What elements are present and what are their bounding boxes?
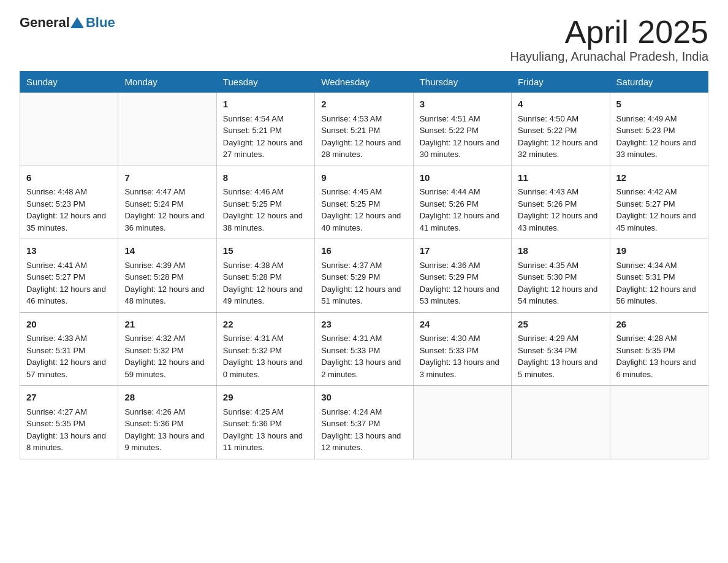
calendar-cell: 23Sunrise: 4:31 AMSunset: 5:33 PMDayligh… [315, 312, 413, 386]
day-number: 26 [616, 318, 702, 332]
svg-marker-0 [70, 17, 84, 28]
calendar-week-row: 27Sunrise: 4:27 AMSunset: 5:35 PMDayligh… [20, 386, 708, 459]
calendar-cell: 17Sunrise: 4:36 AMSunset: 5:29 PMDayligh… [413, 239, 511, 313]
sun-info: Sunrise: 4:48 AMSunset: 5:23 PMDaylight:… [26, 186, 112, 234]
sun-info: Sunrise: 4:31 AMSunset: 5:32 PMDaylight:… [223, 332, 308, 380]
calendar-cell [512, 386, 610, 459]
calendar-week-row: 1Sunrise: 4:54 AMSunset: 5:21 PMDaylight… [20, 93, 708, 166]
sun-info: Sunrise: 4:31 AMSunset: 5:33 PMDaylight:… [321, 332, 406, 380]
sun-info: Sunrise: 4:42 AMSunset: 5:27 PMDaylight:… [616, 186, 702, 234]
day-number: 3 [420, 98, 505, 112]
day-number: 10 [420, 171, 505, 185]
sun-info: Sunrise: 4:35 AMSunset: 5:30 PMDaylight:… [518, 259, 603, 307]
day-number: 18 [518, 244, 603, 258]
calendar-cell: 29Sunrise: 4:25 AMSunset: 5:36 PMDayligh… [216, 386, 314, 459]
calendar-title: April 2025 [510, 15, 708, 50]
logo-text: General Blue [20, 15, 115, 31]
calendar-cell: 8Sunrise: 4:46 AMSunset: 5:25 PMDaylight… [216, 166, 314, 239]
calendar-subtitle: Hayuliang, Arunachal Pradesh, India [510, 50, 708, 64]
sun-info: Sunrise: 4:27 AMSunset: 5:35 PMDaylight:… [26, 406, 112, 454]
calendar-cell: 15Sunrise: 4:38 AMSunset: 5:28 PMDayligh… [216, 239, 314, 313]
calendar-cell: 25Sunrise: 4:29 AMSunset: 5:34 PMDayligh… [512, 312, 610, 386]
calendar-header-saturday: Saturday [610, 72, 708, 93]
day-number: 13 [26, 244, 112, 258]
calendar-cell [610, 386, 708, 459]
calendar-header-row: SundayMondayTuesdayWednesdayThursdayFrid… [20, 72, 708, 93]
sun-info: Sunrise: 4:41 AMSunset: 5:27 PMDaylight:… [26, 259, 112, 307]
sun-info: Sunrise: 4:26 AMSunset: 5:36 PMDaylight:… [124, 406, 210, 454]
calendar-cell: 22Sunrise: 4:31 AMSunset: 5:32 PMDayligh… [216, 312, 314, 386]
sun-info: Sunrise: 4:39 AMSunset: 5:28 PMDaylight:… [124, 259, 210, 307]
calendar-cell: 27Sunrise: 4:27 AMSunset: 5:35 PMDayligh… [20, 386, 118, 459]
day-number: 25 [518, 318, 603, 332]
day-number: 20 [26, 318, 112, 332]
calendar-cell: 13Sunrise: 4:41 AMSunset: 5:27 PMDayligh… [20, 239, 118, 313]
day-number: 27 [26, 391, 112, 405]
calendar-cell: 5Sunrise: 4:49 AMSunset: 5:23 PMDaylight… [610, 93, 708, 166]
sun-info: Sunrise: 4:49 AMSunset: 5:23 PMDaylight:… [616, 113, 702, 161]
day-number: 8 [223, 171, 308, 185]
calendar-cell: 19Sunrise: 4:34 AMSunset: 5:31 PMDayligh… [610, 239, 708, 313]
day-number: 22 [223, 318, 308, 332]
sun-info: Sunrise: 4:33 AMSunset: 5:31 PMDaylight:… [26, 332, 112, 380]
sun-info: Sunrise: 4:28 AMSunset: 5:35 PMDaylight:… [616, 332, 702, 380]
calendar-cell: 20Sunrise: 4:33 AMSunset: 5:31 PMDayligh… [20, 312, 118, 386]
calendar-week-row: 13Sunrise: 4:41 AMSunset: 5:27 PMDayligh… [20, 239, 708, 313]
logo-blue: Blue [86, 15, 115, 31]
sun-info: Sunrise: 4:44 AMSunset: 5:26 PMDaylight:… [420, 186, 505, 234]
day-number: 2 [321, 98, 406, 112]
calendar-cell: 9Sunrise: 4:45 AMSunset: 5:25 PMDaylight… [315, 166, 413, 239]
sun-info: Sunrise: 4:45 AMSunset: 5:25 PMDaylight:… [321, 186, 406, 234]
sun-info: Sunrise: 4:24 AMSunset: 5:37 PMDaylight:… [321, 406, 406, 454]
calendar-cell [20, 93, 118, 166]
day-number: 6 [26, 171, 112, 185]
day-number: 5 [616, 98, 702, 112]
calendar-header-sunday: Sunday [20, 72, 118, 93]
calendar-cell: 1Sunrise: 4:54 AMSunset: 5:21 PMDaylight… [216, 93, 314, 166]
calendar-cell: 14Sunrise: 4:39 AMSunset: 5:28 PMDayligh… [118, 239, 216, 313]
calendar-header-wednesday: Wednesday [315, 72, 413, 93]
calendar-cell: 10Sunrise: 4:44 AMSunset: 5:26 PMDayligh… [413, 166, 511, 239]
calendar-cell: 11Sunrise: 4:43 AMSunset: 5:26 PMDayligh… [512, 166, 610, 239]
calendar-cell: 2Sunrise: 4:53 AMSunset: 5:21 PMDaylight… [315, 93, 413, 166]
calendar-cell: 24Sunrise: 4:30 AMSunset: 5:33 PMDayligh… [413, 312, 511, 386]
day-number: 4 [518, 98, 603, 112]
day-number: 14 [124, 244, 210, 258]
calendar-cell: 21Sunrise: 4:32 AMSunset: 5:32 PMDayligh… [118, 312, 216, 386]
calendar-header-thursday: Thursday [413, 72, 511, 93]
calendar-week-row: 6Sunrise: 4:48 AMSunset: 5:23 PMDaylight… [20, 166, 708, 239]
sun-info: Sunrise: 4:53 AMSunset: 5:21 PMDaylight:… [321, 113, 406, 161]
day-number: 29 [223, 391, 308, 405]
title-section: April 2025 Hayuliang, Arunachal Pradesh,… [510, 15, 708, 64]
calendar-cell [118, 93, 216, 166]
day-number: 21 [124, 318, 210, 332]
logo-general: General [20, 15, 70, 31]
day-number: 15 [223, 244, 308, 258]
calendar-cell: 26Sunrise: 4:28 AMSunset: 5:35 PMDayligh… [610, 312, 708, 386]
calendar-cell: 16Sunrise: 4:37 AMSunset: 5:29 PMDayligh… [315, 239, 413, 313]
day-number: 24 [420, 318, 505, 332]
calendar-header-tuesday: Tuesday [216, 72, 314, 93]
page-header: General Blue April 2025 Hayuliang, Aruna… [20, 15, 708, 64]
sun-info: Sunrise: 4:34 AMSunset: 5:31 PMDaylight:… [616, 259, 702, 307]
calendar-cell: 28Sunrise: 4:26 AMSunset: 5:36 PMDayligh… [118, 386, 216, 459]
sun-info: Sunrise: 4:50 AMSunset: 5:22 PMDaylight:… [518, 113, 603, 161]
day-number: 7 [124, 171, 210, 185]
calendar-cell: 4Sunrise: 4:50 AMSunset: 5:22 PMDaylight… [512, 93, 610, 166]
day-number: 19 [616, 244, 702, 258]
day-number: 11 [518, 171, 603, 185]
sun-info: Sunrise: 4:37 AMSunset: 5:29 PMDaylight:… [321, 259, 406, 307]
calendar-week-row: 20Sunrise: 4:33 AMSunset: 5:31 PMDayligh… [20, 312, 708, 386]
calendar-cell [413, 386, 511, 459]
calendar-header-friday: Friday [512, 72, 610, 93]
logo: General Blue [20, 15, 115, 31]
day-number: 1 [223, 98, 308, 112]
sun-info: Sunrise: 4:25 AMSunset: 5:36 PMDaylight:… [223, 406, 308, 454]
sun-info: Sunrise: 4:30 AMSunset: 5:33 PMDaylight:… [420, 332, 505, 380]
calendar-cell: 18Sunrise: 4:35 AMSunset: 5:30 PMDayligh… [512, 239, 610, 313]
calendar-table: SundayMondayTuesdayWednesdayThursdayFrid… [20, 71, 708, 459]
day-number: 16 [321, 244, 406, 258]
calendar-cell: 6Sunrise: 4:48 AMSunset: 5:23 PMDaylight… [20, 166, 118, 239]
day-number: 28 [124, 391, 210, 405]
calendar-cell: 7Sunrise: 4:47 AMSunset: 5:24 PMDaylight… [118, 166, 216, 239]
